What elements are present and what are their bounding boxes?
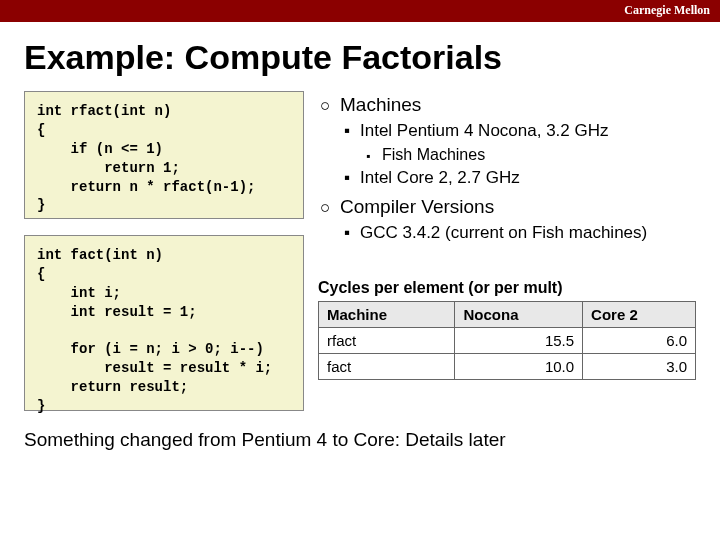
bullet-compiler: Compiler Versions GCC 3.4.2 (current on … [318,193,696,245]
table-row: rfact 15.5 6.0 [319,328,696,354]
code-rfact: int rfact(int n) { if (n <= 1) return 1;… [24,91,304,219]
bullet-core2: Intel Core 2, 2.7 GHz [318,166,696,191]
cell-nocona: 10.0 [455,354,583,380]
info-column: Machines Intel Pentium 4 Nocona, 3.2 GHz… [318,91,696,411]
table-caption: Cycles per element (or per mult) [318,279,696,297]
code-column: int rfact(int n) { if (n <= 1) return 1;… [24,91,304,411]
code-fact: int fact(int n) { int i; int result = 1;… [24,235,304,411]
content-area: int rfact(int n) { if (n <= 1) return 1;… [24,91,696,411]
footer-note: Something changed from Pentium 4 to Core… [24,429,696,451]
cell-name: fact [319,354,455,380]
bullet-p4: Intel Pentium 4 Nocona, 3.2 GHz Fish Mac… [318,119,696,167]
cell-core2: 3.0 [583,354,696,380]
brand-label: Carnegie Mellon [624,3,710,18]
th-core2: Core 2 [583,302,696,328]
bullet-machines: Machines Intel Pentium 4 Nocona, 3.2 GHz… [318,91,696,191]
table-row: fact 10.0 3.0 [319,354,696,380]
bullet-fish: Fish Machines [318,143,696,166]
cell-name: rfact [319,328,455,354]
th-machine: Machine [319,302,455,328]
bullet-list: Machines Intel Pentium 4 Nocona, 3.2 GHz… [318,91,696,245]
slide-title: Example: Compute Factorials [24,38,696,77]
th-nocona: Nocona [455,302,583,328]
table-header-row: Machine Nocona Core 2 [319,302,696,328]
bullet-gcc: GCC 3.4.2 (current on Fish machines) [318,221,696,246]
cycles-table: Machine Nocona Core 2 rfact 15.5 6.0 fac… [318,301,696,380]
header-bar: Carnegie Mellon [0,0,720,22]
cell-core2: 6.0 [583,328,696,354]
cell-nocona: 15.5 [455,328,583,354]
